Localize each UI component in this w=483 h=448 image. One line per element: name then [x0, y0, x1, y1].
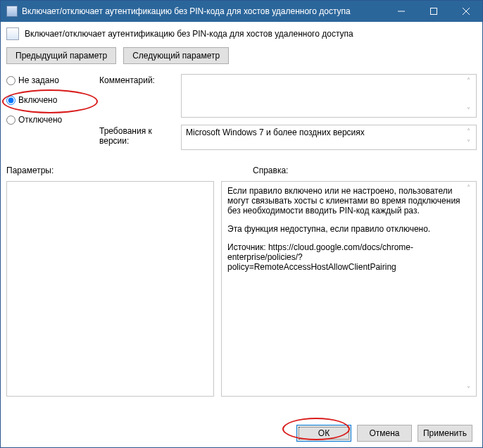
- state-radios: Не задано Включено Отключено: [6, 74, 95, 157]
- radio-enabled[interactable]: Включено: [6, 95, 95, 105]
- window-controls: [385, 1, 482, 22]
- radio-not-configured-input[interactable]: [6, 76, 15, 85]
- close-button[interactable]: [450, 1, 482, 22]
- radio-not-configured-label: Не задано: [18, 75, 59, 85]
- help-paragraph: Эта функция недоступна, если правило отк…: [227, 224, 463, 234]
- details-column: Комментарий: ˄ ˅ Требования к версии: Mi…: [99, 74, 477, 157]
- scroll-down-icon[interactable]: ˅: [467, 386, 474, 393]
- dialog-buttons: ОК Отмена Применить: [6, 419, 477, 442]
- parameters-label: Параметры:: [6, 166, 246, 175]
- policy-dialog: Включает/отключает аутентификацию без PI…: [0, 0, 483, 448]
- titlebar: Включает/отключает аутентификацию без PI…: [1, 1, 482, 22]
- scroll-down-icon[interactable]: ˅: [467, 107, 474, 114]
- client-area: Включает/отключает аутентификацию без PI…: [1, 22, 482, 447]
- requirements-label: Требования к версии:: [99, 125, 177, 146]
- comment-field[interactable]: ˄ ˅: [181, 74, 477, 118]
- radio-disabled-input[interactable]: [6, 116, 15, 125]
- help-paragraph: Источник: https://cloud.google.com/docs/…: [227, 242, 463, 272]
- mid-section: Не задано Включено Отключено Комментарий…: [6, 74, 477, 157]
- scroll-up-icon[interactable]: ˄: [467, 185, 474, 192]
- window-title: Включает/отключает аутентификацию без PI…: [22, 6, 385, 16]
- minimize-button[interactable]: [385, 1, 418, 22]
- cancel-button[interactable]: Отмена: [357, 425, 412, 442]
- requirements-row: Требования к версии: Microsoft Windows 7…: [99, 125, 477, 150]
- radio-disabled[interactable]: Отключено: [6, 115, 95, 125]
- previous-setting-button[interactable]: Предыдущий параметр: [6, 47, 116, 64]
- requirements-field: Microsoft Windows 7 и более поздних верс…: [181, 125, 477, 150]
- nav-buttons: Предыдущий параметр Следующий параметр: [6, 47, 477, 64]
- policy-icon: [6, 27, 19, 40]
- svg-rect-0: [431, 8, 437, 15]
- requirements-value: Microsoft Windows 7 и более поздних верс…: [186, 127, 365, 137]
- radio-enabled-label: Включено: [18, 95, 57, 105]
- scroll-up-icon[interactable]: ˄: [467, 77, 474, 85]
- comment-row: Комментарий: ˄ ˅: [99, 74, 477, 118]
- help-label: Справка:: [253, 166, 477, 175]
- app-icon: [6, 6, 18, 17]
- panes-header: Параметры: Справка:: [6, 166, 477, 181]
- scroll-down-icon[interactable]: ˅: [467, 139, 474, 147]
- ok-button[interactable]: ОК: [296, 425, 351, 442]
- help-paragraph: Если правило включено или не настроено, …: [227, 186, 463, 216]
- help-pane[interactable]: Если правило включено или не настроено, …: [221, 181, 477, 397]
- header-row: Включает/отключает аутентификацию без PI…: [6, 27, 477, 40]
- next-setting-button[interactable]: Следующий параметр: [123, 47, 229, 64]
- radio-disabled-label: Отключено: [18, 115, 62, 125]
- parameters-pane[interactable]: [6, 181, 214, 397]
- header-text: Включает/отключает аутентификацию без PI…: [25, 29, 353, 39]
- radio-not-configured[interactable]: Не задано: [6, 75, 95, 85]
- maximize-button[interactable]: [418, 1, 450, 22]
- apply-button[interactable]: Применить: [418, 425, 472, 442]
- radio-enabled-input[interactable]: [6, 96, 15, 105]
- scroll-up-icon[interactable]: ˄: [467, 128, 474, 135]
- comment-label: Комментарий:: [99, 74, 177, 85]
- panes: Если правило включено или не настроено, …: [6, 181, 477, 419]
